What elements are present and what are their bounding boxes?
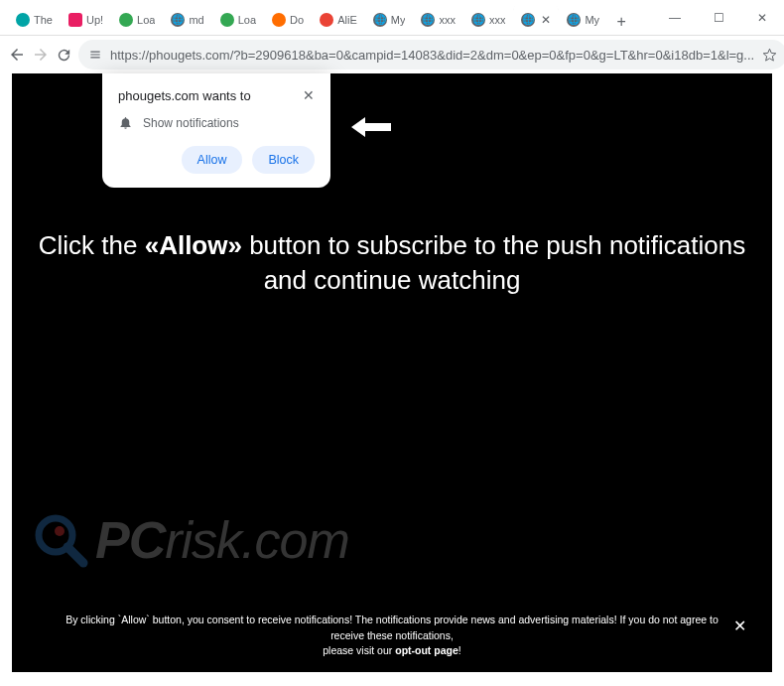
- tab-title: Up!: [86, 14, 103, 26]
- back-button[interactable]: [8, 41, 26, 69]
- headline-text: button to subscribe to the push notifica…: [242, 230, 745, 295]
- watermark-text: PCrisk.com: [95, 510, 349, 570]
- wm-rest: risk.com: [165, 511, 349, 569]
- banner-close-icon[interactable]: ✕: [733, 615, 746, 637]
- browser-tab[interactable]: Do: [264, 4, 312, 36]
- permission-title: phougets.com wants to ✕: [118, 87, 315, 103]
- maximize-button[interactable]: ☐: [697, 0, 740, 36]
- permission-origin: phougets.com wants to: [118, 88, 251, 103]
- browser-tab[interactable]: 🌐My: [365, 4, 414, 36]
- tab-favicon: [220, 13, 234, 27]
- minimize-button[interactable]: —: [653, 0, 697, 36]
- permission-label: Show notifications: [143, 116, 239, 130]
- watermark-logo-icon: [32, 511, 89, 569]
- tab-title: The: [34, 14, 53, 26]
- block-button[interactable]: Block: [252, 146, 315, 174]
- svg-line-7: [67, 547, 83, 563]
- pcrisk-watermark: PCrisk.com: [32, 510, 349, 570]
- svg-point-6: [55, 526, 65, 536]
- browser-tab[interactable]: Up!: [61, 4, 111, 36]
- reload-button[interactable]: [56, 41, 72, 69]
- opt-out-link[interactable]: opt-out page: [395, 644, 458, 656]
- tab-favicon: [119, 13, 133, 27]
- site-settings-icon[interactable]: [88, 48, 102, 62]
- tab-title: Loa: [137, 14, 155, 26]
- wm-pc: PC: [95, 511, 165, 569]
- browser-tab[interactable]: 🌐My: [559, 4, 607, 36]
- browser-tab[interactable]: AliE: [312, 4, 365, 36]
- consent-banner: By clicking `Allow` button, you consent …: [24, 605, 760, 666]
- tab-title: My: [391, 14, 406, 26]
- globe-icon: 🌐: [421, 13, 435, 27]
- globe-icon: 🌐: [373, 13, 387, 27]
- forward-button[interactable]: [32, 41, 50, 69]
- browser-tab-active[interactable]: 🌐✕: [513, 4, 559, 36]
- tab-strip: The Up! Loa 🌐md Loa Do AliE 🌐My 🌐xxx 🌐xx…: [0, 0, 653, 36]
- tab-title: My: [585, 14, 599, 26]
- tab-title: Loa: [238, 14, 256, 26]
- tab-favicon: [16, 13, 30, 27]
- browser-tab[interactable]: The: [8, 4, 61, 36]
- tab-title: Do: [290, 14, 304, 26]
- tab-favicon: [320, 13, 333, 27]
- globe-icon: 🌐: [471, 13, 485, 27]
- banner-text: By clicking `Allow` button, you consent …: [65, 614, 719, 640]
- permission-buttons: Allow Block: [118, 146, 315, 174]
- browser-tab[interactable]: Loa: [212, 4, 264, 36]
- banner-text: !: [458, 644, 461, 656]
- bookmark-icon[interactable]: [762, 48, 777, 63]
- page-headline: Click the «Allow» button to subscribe to…: [12, 228, 772, 298]
- permission-item: Show notifications: [118, 115, 315, 130]
- new-tab-button[interactable]: +: [607, 8, 635, 36]
- headline-bold: «Allow»: [145, 230, 242, 260]
- permission-close-icon[interactable]: ✕: [303, 87, 315, 103]
- tab-favicon: [272, 13, 286, 27]
- globe-icon: 🌐: [521, 13, 535, 27]
- close-icon[interactable]: ✕: [541, 13, 551, 27]
- close-window-button[interactable]: ✕: [740, 0, 784, 36]
- tab-title: AliE: [337, 14, 357, 26]
- tab-favicon: [68, 13, 82, 27]
- arrow-annotation-icon: [349, 115, 393, 139]
- bell-icon: [118, 115, 133, 130]
- allow-button[interactable]: Allow: [182, 146, 243, 174]
- globe-icon: 🌐: [171, 13, 185, 27]
- banner-text: please visit our: [323, 644, 395, 656]
- browser-tab[interactable]: 🌐xxx: [463, 4, 514, 36]
- browser-tab[interactable]: Loa: [111, 4, 163, 36]
- tab-title: md: [189, 14, 203, 26]
- url-text: https://phougets.com/?b=2909618&ba=0&cam…: [110, 48, 754, 63]
- browser-tab[interactable]: 🌐md: [163, 4, 211, 36]
- browser-toolbar: https://phougets.com/?b=2909618&ba=0&cam…: [0, 36, 784, 73]
- headline-text: Click the: [39, 230, 145, 260]
- tab-title: xxx: [489, 14, 506, 26]
- notification-permission-popup: phougets.com wants to ✕ Show notificatio…: [102, 73, 330, 188]
- tab-title: xxx: [439, 14, 456, 26]
- browser-tab[interactable]: 🌐xxx: [413, 4, 463, 36]
- globe-icon: 🌐: [567, 13, 581, 27]
- window-controls: — ☐ ✕: [653, 0, 784, 36]
- browser-titlebar: The Up! Loa 🌐md Loa Do AliE 🌐My 🌐xxx 🌐xx…: [0, 0, 784, 36]
- address-bar[interactable]: https://phougets.com/?b=2909618&ba=0&cam…: [78, 40, 784, 69]
